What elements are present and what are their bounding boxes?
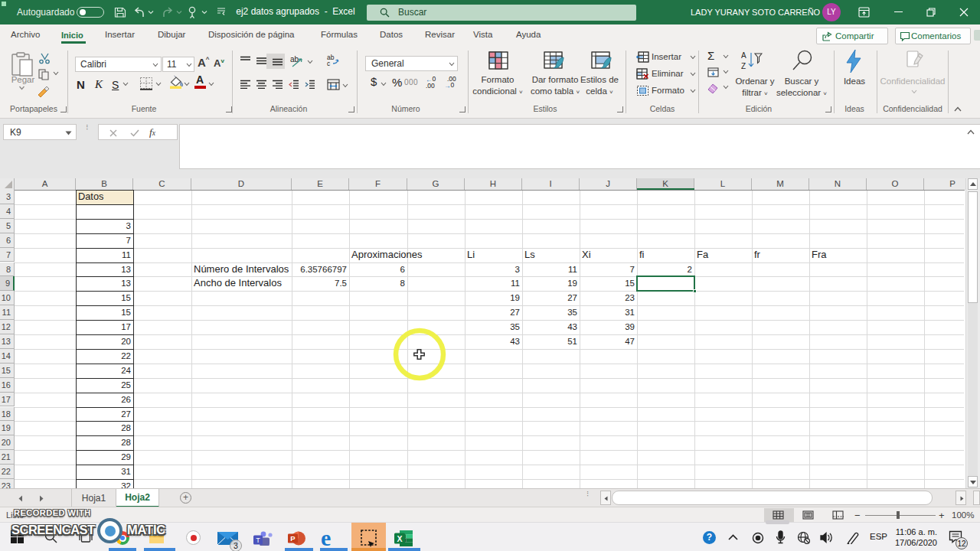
svg-text:Z: Z	[741, 62, 746, 70]
svg-text:X: X	[397, 534, 402, 543]
svg-text:A: A	[741, 51, 746, 60]
svg-text:T: T	[256, 536, 260, 544]
svg-text:P: P	[290, 534, 296, 543]
